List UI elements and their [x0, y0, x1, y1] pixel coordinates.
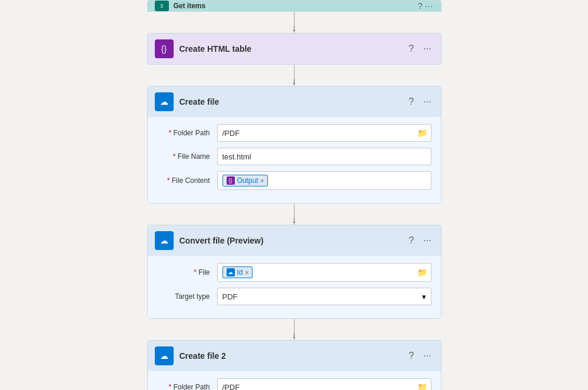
- field-row-target-type: Target type PDF ▾: [157, 288, 431, 305]
- value-folder-path: /PDF: [222, 129, 240, 138]
- label-folder-path-2: * Folder Path: [157, 383, 210, 390]
- step-body-create-file: * Folder Path /PDF 📁 * File Name test.ht…: [148, 117, 441, 203]
- help-button-create-file-2[interactable]: ?: [406, 349, 416, 362]
- step-create-file: ☁ Create file ? ··· * Folder Path /PDF 📁…: [147, 86, 441, 204]
- input-file-content[interactable]: {} Output ×: [217, 171, 431, 190]
- step-header-convert-file: ☁ Convert file (Preview) ? ···: [148, 225, 441, 256]
- input-folder-path-2[interactable]: /PDF Convert file ☁ File name The name o…: [217, 378, 431, 390]
- token-output: {} Output ×: [222, 175, 268, 186]
- arrow-1: ↓: [292, 24, 297, 33]
- connector-3: ↓: [294, 204, 295, 225]
- label-file-content: * File Content: [157, 176, 210, 185]
- folder-btn-create-file-2[interactable]: 📁: [417, 382, 427, 390]
- step-header-create-file: ☁ Create file ? ···: [148, 86, 441, 117]
- field-row-file-name: * File Name test.html: [157, 148, 431, 165]
- step-header-create-html-table: {} Create HTML table ? ···: [148, 34, 441, 64]
- step-title-get-items: Get items: [174, 2, 418, 10]
- more-button-create-file[interactable]: ···: [421, 95, 433, 108]
- token-label-id: Id: [237, 268, 243, 276]
- field-row-file: * File ☁ Id × 📁: [157, 263, 431, 282]
- connector-4: ↓: [294, 319, 295, 340]
- help-button-create-html-table[interactable]: ?: [406, 42, 416, 55]
- field-row-file-content: * File Content {} Output ×: [157, 171, 431, 190]
- step-convert-file: ☁ Convert file (Preview) ? ··· * File ☁ …: [147, 225, 441, 319]
- more-button-create-file-2[interactable]: ···: [421, 349, 433, 362]
- label-file-name: * File Name: [157, 152, 210, 161]
- step-icon-create-file: ☁: [155, 92, 174, 111]
- step-icon-convert-file: ☁: [155, 231, 174, 250]
- folder-btn-create-file[interactable]: 📁: [417, 128, 427, 138]
- value-folder-path-2: /PDF: [222, 383, 240, 391]
- help-icon-get-items[interactable]: ?: [418, 1, 423, 11]
- chip-icon-output: {}: [227, 176, 235, 185]
- step-title-convert-file: Convert file (Preview): [180, 236, 407, 245]
- step-title-create-file: Create file: [180, 97, 407, 106]
- chip-icon-id: ☁: [227, 268, 235, 276]
- step-icon-create-file-2: ☁: [155, 346, 174, 365]
- chevron-down-icon: ▾: [422, 292, 426, 301]
- token-id: ☁ Id ×: [222, 266, 253, 278]
- input-folder-path[interactable]: /PDF 📁: [217, 124, 431, 142]
- help-button-convert-file[interactable]: ?: [406, 234, 416, 247]
- input-target-type[interactable]: PDF ▾: [217, 288, 431, 305]
- arrow-3: ↓: [292, 215, 297, 225]
- step-get-items-partial: 3 Get items ? ···: [147, 0, 441, 12]
- field-row-folder-path-2: * Folder Path /PDF Convert file ☁ File n…: [157, 378, 431, 390]
- step-icon-get-items: 3: [155, 1, 169, 11]
- label-file: * File: [157, 268, 210, 276]
- arrow-2: ↓: [292, 76, 297, 86]
- connector-1: ↓: [294, 12, 295, 33]
- more-button-convert-file[interactable]: ···: [421, 234, 433, 247]
- folder-btn-convert-file[interactable]: 📁: [417, 268, 427, 277]
- step-title-create-file-2: Create file 2: [180, 351, 407, 361]
- value-file-name: test.html: [222, 152, 251, 161]
- step-create-html-table: {} Create HTML table ? ···: [147, 33, 441, 65]
- step-icon-create-html-table: {}: [155, 39, 174, 58]
- field-row-folder-path: * Folder Path /PDF 📁: [157, 124, 431, 142]
- more-button-create-html-table[interactable]: ···: [421, 42, 433, 55]
- step-body-create-file-2: * Folder Path /PDF Convert file ☁ File n…: [148, 371, 441, 390]
- step-create-file-2: ☁ Create file 2 ? ··· * Folder Path /PDF…: [147, 340, 441, 390]
- more-icon-get-items[interactable]: ···: [425, 1, 434, 11]
- help-button-create-file[interactable]: ?: [406, 95, 416, 108]
- value-target-type: PDF: [222, 292, 238, 301]
- label-target-type: Target type: [157, 292, 210, 301]
- input-file-name[interactable]: test.html: [217, 148, 431, 165]
- step-title-create-html-table: Create HTML table: [180, 44, 407, 54]
- step-body-convert-file: * File ☁ Id × 📁 Target type PDF ▾: [148, 256, 441, 318]
- token-label-output: Output: [237, 176, 258, 185]
- connector-2: ↓: [294, 65, 295, 86]
- label-folder-path: * Folder Path: [157, 129, 210, 137]
- arrow-4: ↓: [292, 331, 297, 340]
- token-close-id[interactable]: ×: [245, 269, 249, 276]
- token-close-output[interactable]: ×: [261, 178, 264, 184]
- step-header-create-file-2: ☁ Create file 2 ? ···: [148, 341, 441, 371]
- input-file[interactable]: ☁ Id × 📁: [217, 263, 431, 282]
